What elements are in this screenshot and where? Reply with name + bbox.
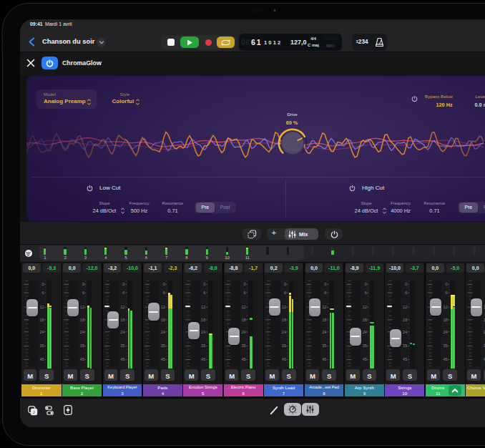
- svg-text:♪: ♪: [32, 409, 35, 414]
